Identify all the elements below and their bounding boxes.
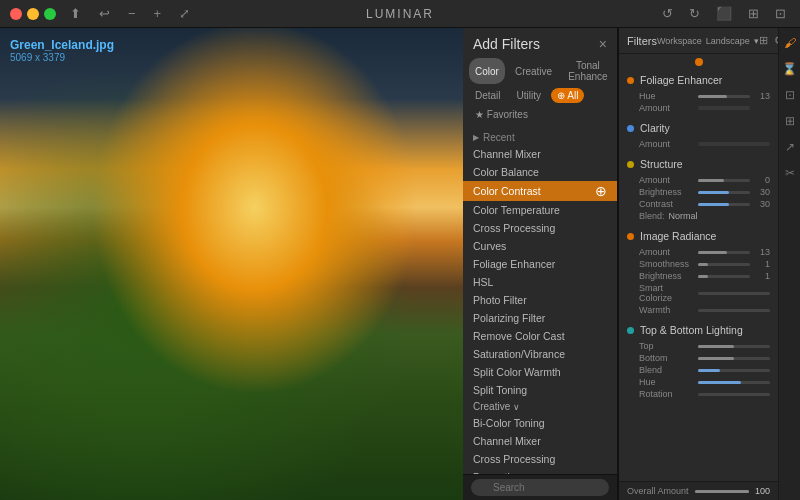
subtab-detail[interactable]: Detail xyxy=(469,88,507,103)
smoothness-slider-row: Smoothness 1 xyxy=(619,258,778,270)
filter-item[interactable]: Cross Processing xyxy=(463,450,617,468)
filter-item[interactable]: Bi-Color Toning xyxy=(463,414,617,432)
slider-track[interactable] xyxy=(698,275,750,278)
clarity-input xyxy=(698,142,770,146)
slider-track[interactable] xyxy=(698,369,770,372)
structure-header[interactable]: Structure xyxy=(619,154,778,174)
slider-label: Smart Colorize xyxy=(639,283,694,303)
adjustments-tool[interactable]: ⊞ xyxy=(781,112,799,130)
brush-tool[interactable]: 🖌 xyxy=(781,34,799,52)
export-tool[interactable]: ↗ xyxy=(781,138,799,156)
minimize-button[interactable] xyxy=(27,8,39,20)
slider-track[interactable] xyxy=(698,357,770,360)
slider-track[interactable] xyxy=(698,381,770,384)
add-filters-panel: Add Filters × Color Creative Tonal Enhan… xyxy=(463,28,618,500)
slider-track[interactable] xyxy=(698,179,750,182)
tab-color[interactable]: Color xyxy=(469,58,505,84)
scissors-tool[interactable]: ✂ xyxy=(781,164,799,182)
blend-value: Normal xyxy=(669,211,698,221)
slider-track[interactable] xyxy=(698,251,750,254)
slider-track[interactable] xyxy=(698,95,750,98)
top-bottom-header[interactable]: Top & Bottom Lighting xyxy=(619,320,778,340)
filter-item[interactable]: Color Balance xyxy=(463,163,617,181)
slider-track[interactable] xyxy=(698,309,770,312)
tab-tonal[interactable]: Tonal Enhance xyxy=(562,58,613,84)
slider-label: Contrast xyxy=(639,199,694,209)
group-dot xyxy=(627,125,634,132)
filters-bottom: Overall Amount 100 xyxy=(619,481,778,500)
close-icon[interactable]: × xyxy=(599,36,607,52)
image-filename: Green_Iceland.jpg xyxy=(10,38,114,52)
slider-track[interactable] xyxy=(698,345,770,348)
add-icon[interactable]: ⊕ xyxy=(595,184,607,198)
filter-item-label: Color Contrast xyxy=(473,185,541,197)
top-bottom-lighting-group: Top & Bottom Lighting Top Bottom Blend xyxy=(619,320,778,400)
grid-icon[interactable]: ⊞ xyxy=(759,34,768,47)
workspace-selector[interactable]: Workspace Landscape ▾ xyxy=(657,36,759,46)
top-slider-row: Top xyxy=(619,340,778,352)
clarity-header[interactable]: Clarity xyxy=(619,118,778,138)
redo-icon[interactable]: ↻ xyxy=(685,4,704,23)
overall-amount-row: Overall Amount 100 xyxy=(627,486,770,496)
zoom-out-icon[interactable]: − xyxy=(124,4,140,23)
maximize-button[interactable] xyxy=(44,8,56,20)
slider-track[interactable] xyxy=(698,393,770,396)
image-radiance-header[interactable]: Image Radiance xyxy=(619,226,778,246)
history-tool[interactable]: ⌛ xyxy=(781,60,799,78)
subtab-all[interactable]: ⊕ All xyxy=(551,88,584,103)
filter-item[interactable]: Photo Filter xyxy=(463,291,617,309)
slider-label: Bottom xyxy=(639,353,694,363)
filter-item[interactable]: Channel Mixer xyxy=(463,432,617,450)
undo2-icon[interactable]: ↺ xyxy=(658,4,677,23)
foliage-enhancer-group: Foliage Enhancer Hue 13 Amount xyxy=(619,70,778,114)
zoom-in-icon[interactable]: + xyxy=(150,4,166,23)
share-icon[interactable]: ⬆ xyxy=(66,4,85,23)
slider-track[interactable] xyxy=(698,263,750,266)
filter-item[interactable]: HSL xyxy=(463,273,617,291)
warmth-slider-row: Warmth xyxy=(619,304,778,316)
recent-section-label: Recent xyxy=(463,130,617,145)
amount-slider-row: Amount xyxy=(619,102,778,114)
layers-tool[interactable]: ⊡ xyxy=(781,86,799,104)
contrast-slider-row: Contrast 30 xyxy=(619,198,778,210)
titlebar-right: ↺ ↻ ⬛ ⊞ ⊡ xyxy=(658,4,790,23)
group-dot xyxy=(627,161,634,168)
window-icon[interactable]: ⊡ xyxy=(771,4,790,23)
filters-header: Filters Workspace Landscape ▾ ⊞ ⚙ xyxy=(619,28,778,54)
overall-slider[interactable] xyxy=(695,490,749,493)
filter-item[interactable]: Cross Processing xyxy=(463,219,617,237)
workspace-value: Landscape xyxy=(706,36,750,46)
filter-item-color-contrast[interactable]: Color Contrast ⊕ xyxy=(463,181,617,201)
filter-item[interactable]: Split Toning xyxy=(463,381,617,399)
filter-item[interactable]: Curves xyxy=(463,237,617,255)
filter-tabs: Color Creative Tonal Enhance xyxy=(463,58,617,88)
foliage-enhancer-header[interactable]: Foliage Enhancer xyxy=(619,70,778,90)
search-input[interactable] xyxy=(471,479,609,496)
tab-creative[interactable]: Creative xyxy=(509,58,558,84)
close-button[interactable] xyxy=(10,8,22,20)
filter-item[interactable]: Split Color Warmth xyxy=(463,363,617,381)
view-icon[interactable]: ⊞ xyxy=(744,4,763,23)
creative-section[interactable]: Creative xyxy=(463,399,617,414)
slider-fill xyxy=(698,369,720,372)
titlebar-left: ⬆ ↩ − + ⤢ xyxy=(10,4,194,23)
slider-track[interactable] xyxy=(698,292,770,295)
filter-item[interactable]: Polarizing Filter xyxy=(463,309,617,327)
export-icon[interactable]: ⬛ xyxy=(712,4,736,23)
filter-item[interactable]: Remove Color Cast xyxy=(463,327,617,345)
amount-input xyxy=(698,106,750,110)
slider-track[interactable] xyxy=(698,203,750,206)
slider-label: Hue xyxy=(639,377,694,387)
undo-icon[interactable]: ↩ xyxy=(95,4,114,23)
right-toolbar: 🖌 ⌛ ⊡ ⊞ ↗ ✂ xyxy=(778,28,800,500)
fullscreen-icon[interactable]: ⤢ xyxy=(175,4,194,23)
filter-item[interactable]: Color Temperature xyxy=(463,201,617,219)
filter-item[interactable]: Foliage Enhancer xyxy=(463,255,617,273)
image-background xyxy=(0,28,463,500)
filter-item[interactable]: Channel Mixer xyxy=(463,145,617,163)
filter-item[interactable]: Saturation/Vibrance xyxy=(463,345,617,363)
slider-track[interactable] xyxy=(698,191,750,194)
subtab-utility[interactable]: Utility xyxy=(511,88,547,103)
filters-panel: Filters Workspace Landscape ▾ ⊞ ⚙ Foliag… xyxy=(618,28,778,500)
subtab-favorites[interactable]: ★ Favorites xyxy=(469,107,534,122)
